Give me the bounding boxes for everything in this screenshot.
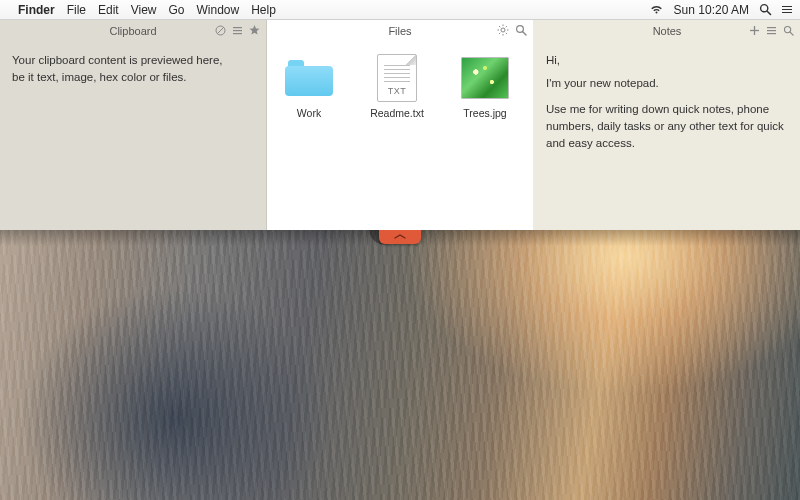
svg-rect-21 <box>767 30 776 31</box>
svg-rect-6 <box>233 33 242 34</box>
files-title: Files <box>388 25 411 37</box>
notes-body[interactable]: Hi, I'm your new notepad. Use me for wri… <box>534 42 800 230</box>
gear-icon[interactable] <box>497 24 509 38</box>
desktop-wallpaper <box>0 230 800 500</box>
add-note-icon[interactable] <box>749 25 760 38</box>
svg-line-14 <box>499 32 500 33</box>
folder-icon <box>283 56 335 100</box>
file-item-folder[interactable]: Work <box>275 56 343 122</box>
svg-line-3 <box>217 27 223 33</box>
svg-line-1 <box>767 11 770 14</box>
notes-line: Use me for writing down quick notes, pho… <box>546 101 788 153</box>
search-icon[interactable] <box>783 25 794 38</box>
menu-go[interactable]: Go <box>169 3 185 17</box>
spotlight-icon[interactable] <box>759 3 772 16</box>
image-thumbnail-icon <box>459 56 511 100</box>
menu-edit[interactable]: Edit <box>98 3 119 17</box>
files-panel: Files Work <box>267 20 534 230</box>
wifi-icon[interactable] <box>649 4 664 15</box>
svg-point-7 <box>501 28 505 32</box>
svg-line-15 <box>506 26 507 27</box>
notes-line: Hi, <box>546 52 788 69</box>
svg-rect-5 <box>233 30 242 31</box>
file-item-image[interactable]: Trees.jpg <box>451 56 519 122</box>
svg-rect-4 <box>233 27 242 28</box>
svg-rect-22 <box>767 33 776 34</box>
search-icon[interactable] <box>515 24 527 38</box>
file-label: Trees.jpg <box>463 106 506 122</box>
notes-header: Notes <box>534 20 800 42</box>
txt-file-icon: TXT <box>371 56 423 100</box>
svg-line-24 <box>790 32 793 35</box>
menu-window[interactable]: Window <box>197 3 240 17</box>
files-header: Files <box>267 20 533 42</box>
file-label: Work <box>297 106 321 122</box>
notification-center-icon[interactable] <box>782 9 792 11</box>
dropdown-panels: Clipboard Your clipboard content is prev… <box>0 20 800 230</box>
file-item-txt[interactable]: TXT Readme.txt <box>363 56 431 122</box>
svg-rect-20 <box>767 27 776 28</box>
menubar-clock[interactable]: Sun 10:20 AM <box>674 3 749 17</box>
svg-line-13 <box>506 32 507 33</box>
svg-line-12 <box>499 26 500 27</box>
files-body: Work TXT Readme.txt <box>267 42 533 230</box>
clipboard-panel: Clipboard Your clipboard content is prev… <box>0 20 267 230</box>
svg-line-17 <box>523 31 526 34</box>
menu-view[interactable]: View <box>131 3 157 17</box>
notes-title: Notes <box>653 25 682 37</box>
clipboard-header: Clipboard <box>0 20 266 42</box>
clipboard-title: Clipboard <box>109 25 156 37</box>
notes-panel: Notes Hi, I'm your new notepad. Use me f… <box>534 20 800 230</box>
list-icon[interactable] <box>232 25 243 38</box>
file-label: Readme.txt <box>370 106 424 122</box>
menu-bar: Finder File Edit View Go Window Help Sun… <box>0 0 800 20</box>
notes-line: I'm your new notepad. <box>546 75 788 92</box>
panel-toggle-handle[interactable] <box>379 230 421 244</box>
app-name[interactable]: Finder <box>18 3 55 17</box>
menu-help[interactable]: Help <box>251 3 276 17</box>
clipboard-body: Your clipboard content is previewed here… <box>0 42 266 230</box>
list-icon[interactable] <box>766 25 777 38</box>
star-icon[interactable] <box>249 25 260 38</box>
clear-icon[interactable] <box>215 25 226 38</box>
menu-file[interactable]: File <box>67 3 86 17</box>
